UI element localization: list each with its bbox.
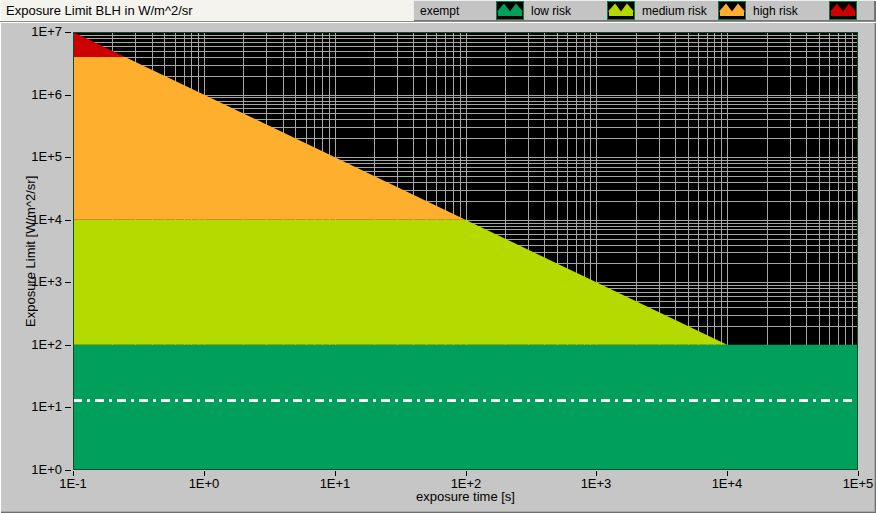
y-tick-label: 1E+0 (0, 463, 62, 477)
x-tick-label: 1E-1 (51, 477, 95, 491)
legend-item-label: exempt (420, 4, 496, 18)
y-tick-mark (65, 345, 71, 346)
y-tick-mark (65, 32, 71, 33)
y-tick-mark (65, 157, 71, 158)
legend-item-low-risk[interactable]: low risk (531, 1, 635, 20)
y-tick-mark (65, 470, 71, 471)
labview-front-panel: Exposure Limit BLH in W/m^2/sr exemptlow… (0, 0, 876, 513)
x-tick-label: 1E+2 (444, 477, 488, 491)
legend-item-exempt[interactable]: exempt (420, 1, 524, 20)
x-tick-label: 1E+0 (182, 477, 226, 491)
x-tick-label: 1E+1 (313, 477, 357, 491)
y-tick-mark (65, 95, 71, 96)
x-tick-label: 1E+3 (574, 477, 618, 491)
legend-item-label: medium risk (642, 4, 718, 18)
legend-item-label: high risk (753, 4, 829, 18)
header-divider-highlight (0, 22, 876, 23)
y-tick-label: 1E+7 (0, 25, 62, 39)
y-tick-label: 1E+4 (0, 213, 62, 227)
waveform-icon[interactable] (496, 1, 524, 20)
x-tick-label: 1E+5 (836, 477, 876, 491)
waveform-icon[interactable] (829, 1, 857, 20)
plot-legend: exemptlow riskmedium riskhigh risk (413, 0, 875, 21)
waveform-icon[interactable] (607, 1, 635, 20)
x-axis-title: exposure time [s] (73, 489, 858, 504)
plot-canvas[interactable] (73, 32, 858, 470)
x-tick-label: 1E+4 (705, 477, 749, 491)
y-tick-label: 1E+6 (0, 88, 62, 102)
legend-item-high-risk[interactable]: high risk (753, 1, 857, 20)
y-tick-label: 1E+3 (0, 275, 62, 289)
graph-title: Exposure Limit BLH in W/m^2/sr (6, 3, 193, 18)
y-tick-mark (65, 407, 71, 408)
plot-area[interactable] (73, 32, 858, 470)
legend-item-label: low risk (531, 4, 607, 18)
y-tick-mark (65, 220, 71, 221)
y-tick-mark (65, 282, 71, 283)
legend-item-medium-risk[interactable]: medium risk (642, 1, 746, 20)
waveform-icon[interactable] (718, 1, 746, 20)
y-tick-label: 1E+2 (0, 338, 62, 352)
region-exempt (73, 345, 858, 470)
y-tick-label: 1E+1 (0, 400, 62, 414)
y-tick-label: 1E+5 (0, 150, 62, 164)
